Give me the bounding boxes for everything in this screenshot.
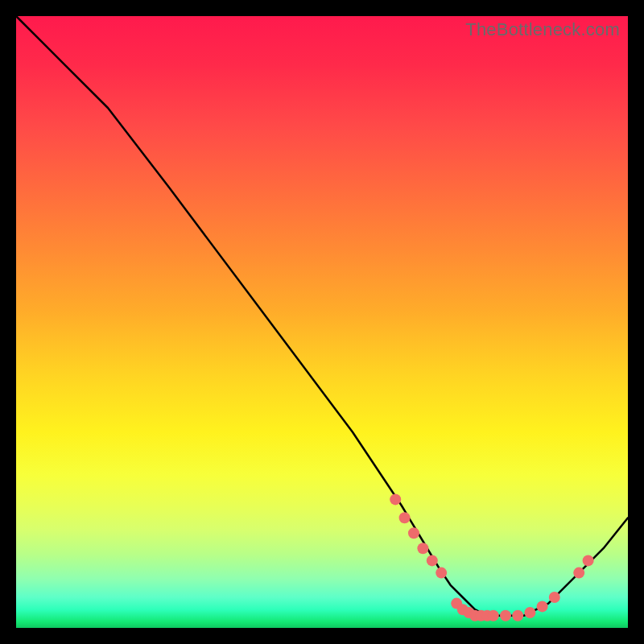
marker-group bbox=[390, 493, 593, 621]
curve-layer bbox=[16, 16, 628, 628]
watermark-text: TheBottleneck.com bbox=[465, 19, 620, 40]
curve-marker bbox=[417, 543, 428, 554]
curve-marker bbox=[427, 555, 438, 566]
chart-frame: TheBottleneck.com bbox=[0, 0, 644, 644]
plot-area: TheBottleneck.com bbox=[16, 16, 628, 628]
curve-marker bbox=[488, 610, 499, 621]
bottleneck-curve-path bbox=[16, 16, 628, 616]
curve-marker bbox=[408, 527, 419, 539]
curve-marker bbox=[537, 601, 548, 612]
curve-marker bbox=[512, 610, 523, 621]
curve-marker bbox=[573, 568, 584, 579]
curve-marker bbox=[390, 493, 401, 505]
curve-marker bbox=[500, 610, 511, 621]
curve-marker bbox=[583, 555, 594, 566]
curve-marker bbox=[524, 607, 535, 618]
curve-marker bbox=[436, 568, 447, 579]
curve-marker bbox=[399, 512, 411, 523]
curve-marker bbox=[549, 592, 560, 603]
